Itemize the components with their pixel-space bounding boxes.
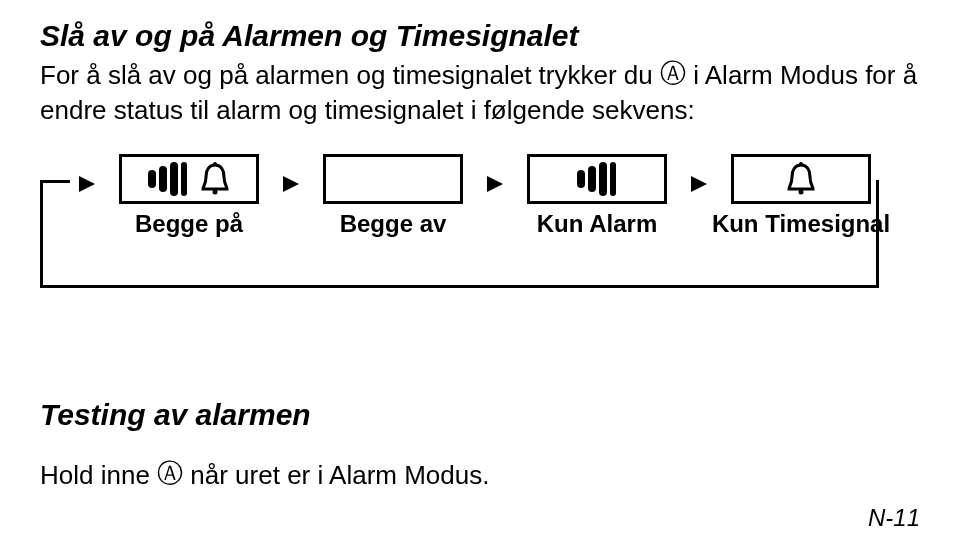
state-box — [323, 154, 463, 204]
state-row: Begge på Begge av — [64, 154, 880, 238]
section2-body-pre: Hold inne — [40, 460, 157, 490]
svg-point-10 — [799, 190, 804, 195]
arrow-right-icon — [283, 176, 299, 192]
state-label: Kun Alarm — [537, 210, 657, 238]
svg-rect-0 — [148, 170, 156, 188]
state-alarm-only: Kun Alarm — [518, 154, 676, 238]
state-both-off: Begge av — [314, 154, 472, 238]
button-a-icon: Ⓐ — [157, 458, 183, 488]
svg-point-4 — [213, 190, 218, 195]
transition-arrow — [472, 176, 518, 192]
transition-arrow — [64, 176, 110, 192]
loop-line — [40, 180, 43, 288]
state-box — [527, 154, 667, 204]
svg-rect-7 — [588, 166, 596, 192]
arrow-right-icon — [79, 176, 95, 192]
svg-rect-6 — [577, 170, 585, 188]
section1-instruction-pre: For å slå av og på alarmen og timesignal… — [40, 60, 660, 90]
section2-body-post: når uret er i Alarm Modus. — [190, 460, 489, 490]
state-box — [119, 154, 259, 204]
transition-arrow — [268, 176, 314, 192]
section1-instruction: For å slå av og på alarmen og timesignal… — [40, 58, 920, 128]
sequence-diagram: Begge på Begge av — [40, 150, 880, 310]
svg-rect-3 — [181, 162, 187, 196]
loop-line — [40, 285, 879, 288]
svg-point-11 — [799, 162, 803, 166]
svg-rect-1 — [159, 166, 167, 192]
transition-arrow — [676, 176, 722, 192]
bell-icon — [200, 162, 230, 196]
arrow-right-icon — [691, 176, 707, 192]
state-label: Kun Timesignal — [712, 210, 890, 238]
svg-rect-8 — [599, 162, 607, 196]
svg-rect-9 — [610, 162, 616, 196]
state-timesignal-only: Kun Timesignal — [722, 154, 880, 238]
section2-body: Hold inne Ⓐ når uret er i Alarm Modus. — [40, 458, 920, 493]
state-box — [731, 154, 871, 204]
svg-point-5 — [213, 162, 217, 166]
section1-title: Slå av og på Alarmen og Timesignalet — [40, 18, 920, 54]
state-label: Begge på — [135, 210, 243, 238]
page-number: N-11 — [868, 504, 920, 532]
button-a-icon: Ⓐ — [660, 58, 686, 88]
signal-wave-icon — [577, 162, 617, 196]
svg-rect-2 — [170, 162, 178, 196]
section2-title: Testing av alarmen — [40, 398, 920, 432]
bell-icon — [786, 162, 816, 196]
page-root: Slå av og på Alarmen og Timesignalet For… — [0, 0, 960, 550]
arrow-right-icon — [487, 176, 503, 192]
state-label: Begge av — [340, 210, 447, 238]
signal-wave-icon — [148, 162, 188, 196]
state-both-on: Begge på — [110, 154, 268, 238]
